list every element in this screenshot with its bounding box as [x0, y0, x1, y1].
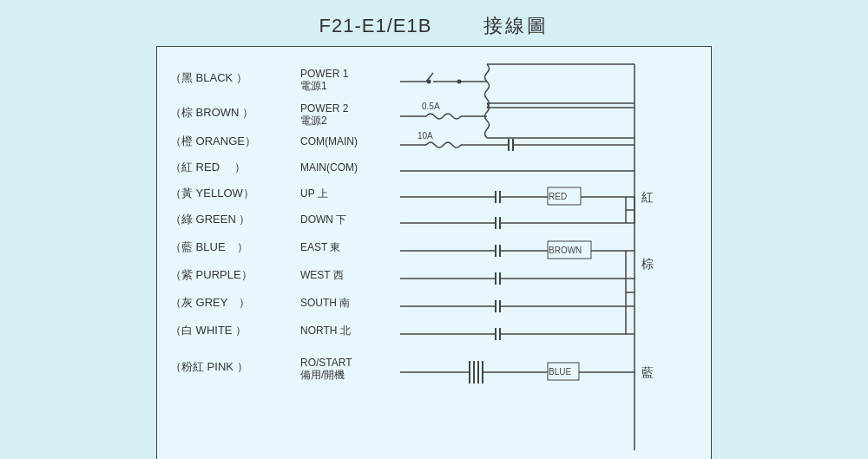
label-grey-zh: （灰 GREY ）: [170, 296, 250, 309]
label-lan: 藍: [641, 365, 654, 379]
label-brown-box: BROWN: [549, 246, 582, 255]
svg-point-5: [457, 79, 462, 83]
label-power1-en: POWER 1: [300, 68, 349, 80]
label-purple-zh: （紫 PURPLE）: [170, 268, 253, 281]
label-zong: 棕: [641, 257, 654, 271]
label-orange-zh: （橙 ORANGE）: [170, 134, 256, 148]
label-maincom-en: MAIN(COM): [300, 161, 358, 174]
svg-point-4: [427, 79, 431, 83]
label-blue-box: BLUE: [549, 367, 571, 377]
label-black-zh: （黑 BLACK ）: [170, 71, 247, 84]
label-pink-zh: （粉紅 PINK ）: [170, 360, 248, 373]
label-up-en: UP 上: [300, 187, 328, 200]
diagram-box: text { font-family: Arial, sans-serif; f…: [156, 46, 712, 460]
label-green-zh: （綠 GREEN ）: [170, 213, 250, 226]
diagram-title: 接線圖: [483, 13, 549, 39]
label-rostart-en: RO/START: [300, 357, 352, 369]
label-red-box: RED: [549, 192, 567, 201]
label-power2-zh: 電源2: [300, 115, 327, 127]
label-rostart-zh: 備用/開機: [300, 369, 345, 381]
page-title: F21-E1/E1B: [319, 15, 432, 37]
label-west-en: WEST 西: [300, 269, 344, 281]
wiring-diagram-svg: text { font-family: Arial, sans-serif; f…: [166, 56, 704, 450]
label-10a: 10A: [418, 131, 433, 141]
label-power2-en: POWER 2: [300, 102, 349, 115]
label-red-zh: （紅 RED ）: [170, 161, 246, 174]
page-container: F21-E1/E1B 接線圖 text { font-family: Arial…: [17, 13, 851, 447]
label-commain-en: COM(MAIN): [300, 135, 358, 148]
label-white-zh: （白 WHITE ）: [170, 324, 247, 337]
label-east-en: EAST 東: [300, 241, 340, 253]
label-yellow-zh: （黃 YELLOW）: [170, 187, 254, 200]
label-south-en: SOUTH 南: [300, 297, 350, 309]
label-north-en: NORTH 北: [300, 325, 351, 337]
label-blue-zh: （藍 BLUE ）: [170, 240, 248, 253]
label-power1-zh: 電源1: [300, 80, 327, 92]
label-05a: 0.5A: [422, 102, 440, 111]
label-down-en: DOWN 下: [300, 213, 346, 226]
title-row: F21-E1/E1B 接線圖: [319, 13, 549, 39]
label-hong: 紅: [641, 190, 654, 204]
label-brown-zh: （棕 BROWN ）: [170, 106, 253, 119]
